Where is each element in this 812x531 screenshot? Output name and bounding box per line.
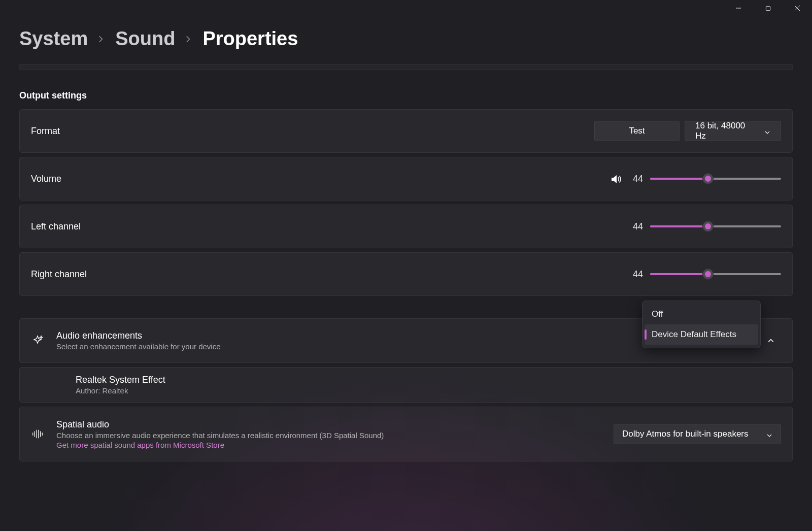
chevron-right-icon (184, 35, 193, 44)
spatial-audio-icon (31, 428, 44, 440)
audio-enhancements-row[interactable]: Audio enhancements Select an enhancement… (19, 318, 793, 363)
minimize-button[interactable] (724, 0, 753, 16)
spatial-audio-row: Spatial audio Choose an immersive audio … (19, 407, 793, 461)
realtek-subtitle: Author: Realtek (76, 386, 165, 395)
spatial-store-link[interactable]: Get more spatial sound apps from Microso… (56, 441, 384, 449)
chevron-right-icon (97, 35, 106, 44)
collapse-button[interactable] (761, 330, 781, 351)
format-value: 16 bit, 48000 Hz (695, 121, 757, 141)
realtek-effect-row[interactable]: Realtek System Effect Author: Realtek (19, 367, 793, 403)
breadcrumb-sound[interactable]: Sound (115, 28, 175, 50)
volume-value: 44 (628, 174, 643, 184)
breadcrumb-system[interactable]: System (19, 28, 88, 50)
maximize-button[interactable] (753, 0, 783, 16)
left-channel-slider[interactable] (650, 225, 781, 227)
left-channel-value: 44 (628, 221, 643, 232)
left-channel-label: Left channel (31, 221, 81, 232)
breadcrumb: System Sound Properties (19, 28, 793, 50)
speaker-icon[interactable] (610, 173, 621, 184)
right-channel-label: Right channel (31, 269, 87, 280)
volume-slider[interactable] (650, 178, 781, 180)
realtek-title: Realtek System Effect (76, 375, 165, 385)
slider-thumb[interactable] (702, 173, 714, 184)
spatial-subtitle: Choose an immersive audio experience tha… (56, 431, 384, 440)
spatial-dropdown[interactable]: Dolby Atmos for built-in speakers (614, 424, 781, 444)
enhancement-option-off[interactable]: Off (645, 304, 758, 324)
format-dropdown[interactable]: 16 bit, 48000 Hz (685, 121, 781, 141)
audio-enhancements-title: Audio enhancements (56, 330, 221, 341)
left-channel-row: Left channel 44 (19, 205, 793, 248)
audio-enhancements-subtitle: Select an enhancement available for your… (56, 342, 221, 351)
close-button[interactable] (783, 0, 812, 16)
chevron-down-icon (764, 128, 770, 134)
top-divider-bar (19, 64, 793, 70)
sparkle-icon (31, 335, 44, 347)
slider-thumb[interactable] (702, 221, 714, 232)
svg-rect-1 (766, 6, 770, 10)
section-title-output: Output settings (19, 90, 793, 101)
format-label: Format (31, 126, 60, 137)
spatial-value: Dolby Atmos for built-in speakers (622, 429, 749, 439)
slider-thumb[interactable] (702, 269, 714, 280)
format-row: Format Test 16 bit, 48000 Hz (19, 109, 793, 153)
spatial-title: Spatial audio (56, 419, 384, 430)
volume-label: Volume (31, 174, 61, 184)
chevron-down-icon (766, 431, 772, 437)
page-content: System Sound Properties Output settings … (0, 0, 812, 461)
breadcrumb-properties: Properties (202, 28, 298, 50)
enhancement-dropdown-popup: Off Device Default Effects (642, 301, 761, 348)
window-controls (724, 0, 812, 16)
test-button[interactable]: Test (594, 121, 680, 141)
right-channel-value: 44 (628, 269, 643, 280)
volume-row: Volume 44 (19, 157, 793, 201)
enhancement-option-default[interactable]: Device Default Effects (645, 324, 758, 345)
right-channel-row: Right channel 44 (19, 252, 793, 296)
right-channel-slider[interactable] (650, 273, 781, 275)
